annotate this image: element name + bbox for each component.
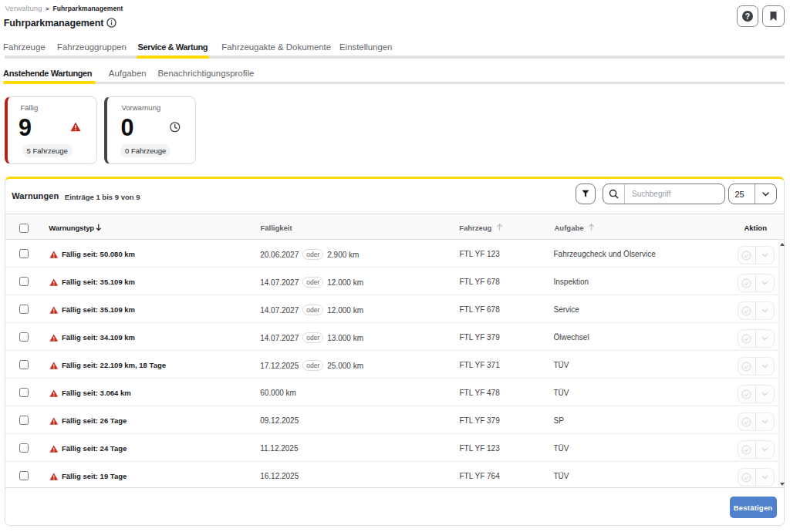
svg-text:?: ? (745, 11, 750, 20)
